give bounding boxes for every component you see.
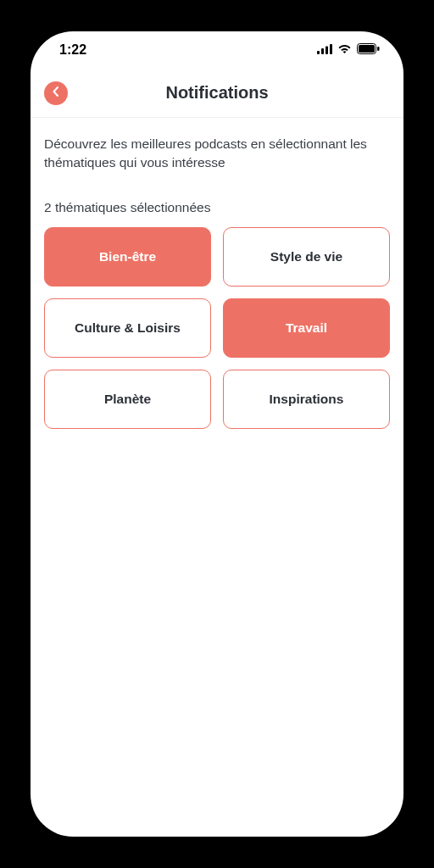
- topic-label: Planète: [104, 392, 151, 407]
- wifi-icon: [337, 42, 352, 58]
- status-bar: 1:22: [31, 31, 403, 69]
- svg-rect-3: [330, 44, 332, 54]
- svg-rect-2: [326, 47, 328, 55]
- page-title: Notifications: [31, 83, 403, 103]
- topic-grid: Bien-êtreStyle de vieCulture & LoisirsTr…: [44, 227, 390, 429]
- topic-chip[interactable]: Style de vie: [223, 227, 390, 287]
- topic-label: Culture & Loisirs: [75, 320, 181, 336]
- content: Découvrez les meilleures podcasts en sél…: [31, 118, 403, 446]
- selection-count: 2 thématiques sélectionnées: [44, 200, 390, 215]
- topic-chip[interactable]: Inspirations: [223, 370, 390, 429]
- status-icons: [317, 42, 380, 58]
- topic-label: Travail: [286, 320, 327, 336]
- cellular-icon: [317, 42, 332, 58]
- topic-chip[interactable]: Bien-être: [44, 227, 211, 287]
- svg-rect-0: [317, 51, 320, 54]
- topic-label: Bien-être: [99, 249, 156, 264]
- svg-rect-1: [321, 48, 324, 54]
- battery-icon: [357, 42, 380, 58]
- phone-frame: 1:22: [31, 31, 403, 837]
- topic-chip[interactable]: Travail: [223, 298, 390, 358]
- back-button[interactable]: [44, 81, 68, 105]
- topic-label: Inspirations: [270, 392, 344, 407]
- header: Notifications: [31, 69, 403, 118]
- intro-text: Découvrez les meilleures podcasts en sél…: [44, 135, 390, 173]
- topic-chip[interactable]: Culture & Loisirs: [44, 298, 211, 358]
- svg-rect-6: [377, 47, 380, 51]
- topic-label: Style de vie: [270, 249, 342, 264]
- svg-rect-5: [359, 45, 375, 53]
- chevron-left-icon: [52, 86, 60, 99]
- status-time: 1:22: [59, 42, 86, 58]
- topic-chip[interactable]: Planète: [44, 370, 211, 429]
